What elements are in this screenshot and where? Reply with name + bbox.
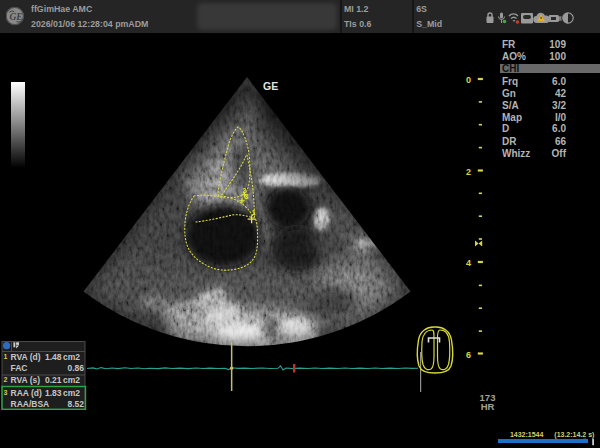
svg-text:3: 3	[245, 193, 249, 200]
svg-text:GE: GE	[263, 80, 278, 92]
svg-text:1: 1	[252, 209, 256, 216]
